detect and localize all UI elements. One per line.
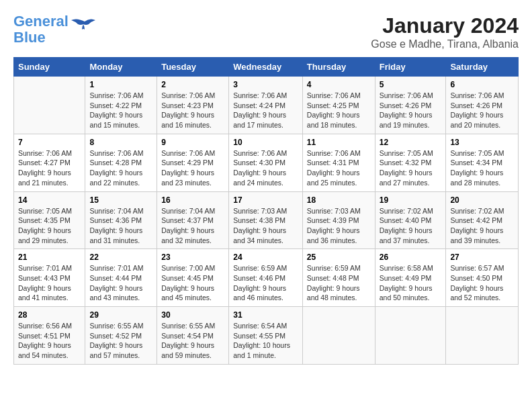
day-info: Sunrise: 7:01 AMSunset: 4:43 PMDaylight:…: [18, 263, 81, 303]
day-info: Sunrise: 7:05 AMSunset: 4:34 PMDaylight:…: [450, 148, 514, 188]
day-number: 26: [380, 253, 442, 262]
calendar-week-row: 1Sunrise: 7:06 AMSunset: 4:22 PMDaylight…: [14, 77, 519, 134]
calendar-cell: 24Sunrise: 6:59 AMSunset: 4:46 PMDayligh…: [229, 249, 303, 307]
day-number: 9: [161, 138, 224, 147]
header-friday: Friday: [375, 58, 446, 77]
calendar-cell: 9Sunrise: 7:06 AMSunset: 4:29 PMDaylight…: [157, 134, 229, 191]
day-number: 8: [89, 138, 152, 147]
calendar-cell: 21Sunrise: 7:01 AMSunset: 4:43 PMDayligh…: [14, 249, 85, 307]
header-tuesday: Tuesday: [157, 58, 229, 77]
day-info: Sunrise: 7:06 AMSunset: 4:23 PMDaylight:…: [161, 91, 224, 130]
day-number: 18: [307, 195, 371, 205]
day-number: 25: [307, 253, 371, 262]
header-wednesday: Wednesday: [229, 58, 303, 77]
calendar-week-row: 14Sunrise: 7:05 AMSunset: 4:35 PMDayligh…: [14, 191, 519, 249]
calendar-week-row: 28Sunrise: 6:56 AMSunset: 4:51 PMDayligh…: [14, 307, 519, 365]
header-monday: Monday: [85, 58, 157, 77]
day-info: Sunrise: 7:06 AMSunset: 4:27 PMDaylight:…: [18, 148, 81, 188]
header-thursday: Thursday: [302, 58, 375, 77]
calendar-cell: 1Sunrise: 7:06 AMSunset: 4:22 PMDaylight…: [85, 77, 157, 134]
calendar-cell: 7Sunrise: 7:06 AMSunset: 4:27 PMDaylight…: [14, 134, 85, 191]
calendar-cell: 22Sunrise: 7:01 AMSunset: 4:44 PMDayligh…: [85, 249, 157, 307]
day-info: Sunrise: 7:02 AMSunset: 4:42 PMDaylight:…: [450, 206, 514, 246]
day-number: 22: [89, 253, 152, 262]
calendar-cell: 19Sunrise: 7:02 AMSunset: 4:40 PMDayligh…: [375, 191, 446, 249]
day-info: Sunrise: 7:06 AMSunset: 4:28 PMDaylight:…: [89, 148, 152, 188]
calendar-cell: 6Sunrise: 7:06 AMSunset: 4:26 PMDaylight…: [446, 77, 519, 134]
day-number: 13: [450, 138, 514, 147]
day-number: 2: [161, 80, 224, 89]
day-number: 15: [89, 195, 152, 205]
calendar-week-row: 7Sunrise: 7:06 AMSunset: 4:27 PMDaylight…: [14, 134, 519, 191]
day-info: Sunrise: 7:03 AMSunset: 4:38 PMDaylight:…: [233, 206, 298, 246]
day-number: 11: [307, 138, 371, 147]
header-sunday: Sunday: [14, 58, 85, 77]
header-saturday: Saturday: [446, 58, 519, 77]
day-number: 29: [89, 310, 152, 320]
calendar-cell: 25Sunrise: 6:59 AMSunset: 4:48 PMDayligh…: [302, 249, 375, 307]
day-info: Sunrise: 7:06 AMSunset: 4:31 PMDaylight:…: [307, 148, 371, 188]
logo-bird-icon: [71, 16, 98, 36]
day-number: 17: [233, 195, 298, 205]
logo-text: GeneralBlue: [13, 13, 69, 46]
calendar-cell: 12Sunrise: 7:05 AMSunset: 4:32 PMDayligh…: [375, 134, 446, 191]
calendar-cell: [446, 307, 519, 365]
calendar-cell: 4Sunrise: 7:06 AMSunset: 4:25 PMDaylight…: [302, 77, 375, 134]
day-number: 3: [233, 80, 298, 89]
day-info: Sunrise: 7:03 AMSunset: 4:39 PMDaylight:…: [307, 206, 371, 246]
day-info: Sunrise: 6:54 AMSunset: 4:55 PMDaylight:…: [233, 321, 298, 361]
calendar-cell: 10Sunrise: 7:06 AMSunset: 4:30 PMDayligh…: [229, 134, 303, 191]
day-info: Sunrise: 6:55 AMSunset: 4:54 PMDaylight:…: [161, 321, 224, 361]
calendar-cell: 2Sunrise: 7:06 AMSunset: 4:23 PMDaylight…: [157, 77, 229, 134]
day-info: Sunrise: 7:06 AMSunset: 4:24 PMDaylight:…: [233, 91, 298, 130]
day-number: 28: [18, 310, 81, 320]
day-info: Sunrise: 6:57 AMSunset: 4:50 PMDaylight:…: [450, 263, 514, 303]
day-number: 4: [307, 80, 371, 89]
calendar-cell: 15Sunrise: 7:04 AMSunset: 4:36 PMDayligh…: [85, 191, 157, 249]
calendar-cell: 14Sunrise: 7:05 AMSunset: 4:35 PMDayligh…: [14, 191, 85, 249]
day-number: 23: [161, 253, 224, 262]
calendar-cell: 13Sunrise: 7:05 AMSunset: 4:34 PMDayligh…: [446, 134, 519, 191]
day-number: 21: [18, 253, 81, 262]
day-number: 1: [89, 80, 152, 89]
calendar-cell: 17Sunrise: 7:03 AMSunset: 4:38 PMDayligh…: [229, 191, 303, 249]
calendar-cell: [375, 307, 446, 365]
calendar-header-row: Sunday Monday Tuesday Wednesday Thursday…: [14, 58, 519, 77]
calendar-cell: 31Sunrise: 6:54 AMSunset: 4:55 PMDayligh…: [229, 307, 303, 365]
day-info: Sunrise: 7:06 AMSunset: 4:29 PMDaylight:…: [161, 148, 224, 188]
day-info: Sunrise: 7:06 AMSunset: 4:25 PMDaylight:…: [307, 91, 371, 130]
day-info: Sunrise: 7:02 AMSunset: 4:40 PMDaylight:…: [380, 206, 442, 246]
day-info: Sunrise: 6:59 AMSunset: 4:46 PMDaylight:…: [233, 263, 298, 303]
day-info: Sunrise: 6:59 AMSunset: 4:48 PMDaylight:…: [307, 263, 371, 303]
calendar-table: Sunday Monday Tuesday Wednesday Thursday…: [13, 57, 519, 365]
day-number: 14: [18, 195, 81, 205]
day-info: Sunrise: 7:05 AMSunset: 4:35 PMDaylight:…: [18, 206, 81, 246]
day-info: Sunrise: 7:06 AMSunset: 4:26 PMDaylight:…: [450, 91, 514, 130]
calendar-cell: [14, 77, 85, 134]
day-number: 27: [450, 253, 514, 262]
day-number: 12: [380, 138, 442, 147]
title-block: January 2024 Gose e Madhe, Tirana, Alban…: [371, 13, 519, 50]
calendar-cell: 29Sunrise: 6:55 AMSunset: 4:52 PMDayligh…: [85, 307, 157, 365]
day-number: 30: [161, 310, 224, 320]
day-number: 19: [380, 195, 442, 205]
page-subtitle: Gose e Madhe, Tirana, Albania: [371, 38, 519, 50]
calendar-cell: 5Sunrise: 7:06 AMSunset: 4:26 PMDaylight…: [375, 77, 446, 134]
day-info: Sunrise: 6:58 AMSunset: 4:49 PMDaylight:…: [380, 263, 442, 303]
calendar-cell: 3Sunrise: 7:06 AMSunset: 4:24 PMDaylight…: [229, 77, 303, 134]
day-info: Sunrise: 7:06 AMSunset: 4:30 PMDaylight:…: [233, 148, 298, 188]
calendar-cell: [302, 307, 375, 365]
day-number: 7: [18, 138, 81, 147]
day-number: 24: [233, 253, 298, 262]
day-number: 16: [161, 195, 224, 205]
day-number: 10: [233, 138, 298, 147]
calendar-cell: 11Sunrise: 7:06 AMSunset: 4:31 PMDayligh…: [302, 134, 375, 191]
calendar-cell: 27Sunrise: 6:57 AMSunset: 4:50 PMDayligh…: [446, 249, 519, 307]
day-info: Sunrise: 6:56 AMSunset: 4:51 PMDaylight:…: [18, 321, 81, 361]
calendar-cell: 18Sunrise: 7:03 AMSunset: 4:39 PMDayligh…: [302, 191, 375, 249]
calendar-cell: 30Sunrise: 6:55 AMSunset: 4:54 PMDayligh…: [157, 307, 229, 365]
day-number: 5: [380, 80, 442, 89]
calendar-cell: 23Sunrise: 7:00 AMSunset: 4:45 PMDayligh…: [157, 249, 229, 307]
day-info: Sunrise: 7:04 AMSunset: 4:36 PMDaylight:…: [89, 206, 152, 246]
logo: GeneralBlue: [13, 13, 98, 46]
